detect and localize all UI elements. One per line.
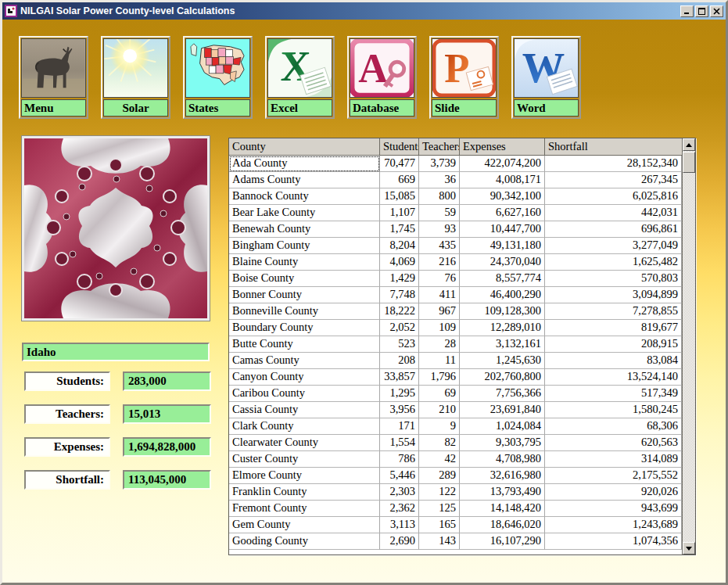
solar-button[interactable]: Solar: [101, 36, 170, 119]
cell-teachers[interactable]: 93: [419, 221, 460, 238]
column-header-students[interactable]: Students: [380, 138, 419, 156]
table-row[interactable]: Bonner County7,74841146,400,2903,094,899: [229, 287, 682, 303]
cell-students[interactable]: 1,429: [380, 271, 419, 287]
cell-shortfall[interactable]: 208,915: [545, 336, 682, 353]
table-row[interactable]: Adams County669364,008,171267,345: [229, 172, 682, 188]
cell-teachers[interactable]: 42: [419, 451, 460, 468]
column-header-shortfall[interactable]: Shortfall: [545, 138, 695, 156]
cell-county[interactable]: Boundary County: [229, 320, 380, 336]
slide-button[interactable]: P Slide: [429, 36, 499, 119]
cell-expenses[interactable]: 14,148,420: [460, 501, 545, 517]
cell-teachers[interactable]: 411: [419, 287, 460, 303]
cell-expenses[interactable]: 3,132,161: [460, 336, 545, 353]
cell-county[interactable]: Gem County: [229, 517, 380, 533]
table-row[interactable]: Gooding County2,69014316,107,2901,074,35…: [229, 533, 682, 550]
maximize-button[interactable]: [695, 5, 708, 17]
cell-expenses[interactable]: 18,646,020: [460, 517, 545, 533]
cell-teachers[interactable]: 216: [419, 254, 460, 271]
cell-county[interactable]: Bonner County: [229, 287, 380, 303]
cell-students[interactable]: 1,295: [380, 386, 419, 402]
cell-shortfall[interactable]: 83,084: [545, 353, 682, 369]
cell-shortfall[interactable]: 620,563: [545, 435, 682, 451]
database-button[interactable]: A Database: [347, 36, 417, 119]
cell-county[interactable]: Benewah County: [229, 221, 380, 238]
cell-expenses[interactable]: 7,756,366: [460, 386, 545, 402]
cell-teachers[interactable]: 122: [419, 484, 460, 501]
cell-expenses[interactable]: 46,400,290: [460, 287, 545, 303]
cell-teachers[interactable]: 28: [419, 336, 460, 353]
column-header-county[interactable]: County: [229, 138, 380, 156]
cell-teachers[interactable]: 82: [419, 435, 460, 451]
cell-students[interactable]: 15,085: [380, 188, 419, 205]
cell-shortfall[interactable]: 943,699: [545, 501, 682, 517]
table-row[interactable]: Clearwater County1,554829,303,795620,563: [229, 435, 682, 451]
cell-shortfall[interactable]: 13,524,140: [545, 369, 682, 386]
cell-students[interactable]: 4,069: [380, 254, 419, 271]
table-row[interactable]: Cassia County3,95621023,691,8401,580,245: [229, 402, 682, 418]
cell-expenses[interactable]: 8,557,774: [460, 271, 545, 287]
cell-county[interactable]: Canyon County: [229, 369, 380, 386]
cell-expenses[interactable]: 10,447,700: [460, 221, 545, 238]
cell-expenses[interactable]: 9,303,795: [460, 435, 545, 451]
cell-expenses[interactable]: 32,616,980: [460, 468, 545, 484]
table-row[interactable]: Bingham County8,20443549,131,1803,277,04…: [229, 238, 682, 254]
cell-county[interactable]: Bannock County: [229, 188, 380, 205]
cell-county[interactable]: Ada County: [229, 156, 380, 172]
cell-teachers[interactable]: 76: [419, 271, 460, 287]
cell-students[interactable]: 18,222: [380, 303, 419, 320]
cell-expenses[interactable]: 6,627,160: [460, 205, 545, 221]
cell-teachers[interactable]: 1,796: [419, 369, 460, 386]
cell-shortfall[interactable]: 920,026: [545, 484, 682, 501]
cell-students[interactable]: 1,107: [380, 205, 419, 221]
cell-teachers[interactable]: 143: [419, 533, 460, 550]
table-row[interactable]: Butte County523283,132,161208,915: [229, 336, 682, 353]
cell-teachers[interactable]: 289: [419, 468, 460, 484]
table-row[interactable]: Camas County208111,245,63083,084: [229, 353, 682, 369]
cell-expenses[interactable]: 16,107,290: [460, 533, 545, 550]
scroll-up-button[interactable]: [683, 138, 695, 151]
cell-county[interactable]: Blaine County: [229, 254, 380, 271]
cell-students[interactable]: 171: [380, 418, 419, 435]
cell-students[interactable]: 523: [380, 336, 419, 353]
shortfall-value-field[interactable]: 113,045,000: [123, 470, 211, 490]
cell-expenses[interactable]: 24,370,040: [460, 254, 545, 271]
cell-county[interactable]: Fremont County: [229, 501, 380, 517]
cell-shortfall[interactable]: 819,677: [545, 320, 682, 336]
cell-teachers[interactable]: 435: [419, 238, 460, 254]
cell-shortfall[interactable]: 442,031: [545, 205, 682, 221]
cell-students[interactable]: 5,446: [380, 468, 419, 484]
cell-students[interactable]: 2,690: [380, 533, 419, 550]
cell-shortfall[interactable]: 68,306: [545, 418, 682, 435]
vertical-scrollbar[interactable]: [682, 138, 695, 554]
excel-button[interactable]: X Excel: [265, 36, 335, 119]
cell-teachers[interactable]: 109: [419, 320, 460, 336]
cell-shortfall[interactable]: 314,089: [545, 451, 682, 468]
column-header-expenses[interactable]: Expenses: [460, 138, 545, 156]
cell-shortfall[interactable]: 1,074,356: [545, 533, 682, 550]
table-row[interactable]: Custer County786424,708,980314,089: [229, 451, 682, 468]
cell-county[interactable]: Butte County: [229, 336, 380, 353]
cell-expenses[interactable]: 422,074,200: [460, 156, 545, 172]
table-row[interactable]: Franklin County2,30312213,793,490920,026: [229, 484, 682, 501]
table-row[interactable]: Canyon County33,8571,796202,760,80013,52…: [229, 369, 682, 386]
cell-teachers[interactable]: 210: [419, 402, 460, 418]
scroll-down-button[interactable]: [683, 542, 695, 554]
cell-county[interactable]: Bingham County: [229, 238, 380, 254]
cell-students[interactable]: 2,362: [380, 501, 419, 517]
table-row[interactable]: Blaine County4,06921624,370,0401,625,482: [229, 254, 682, 271]
cell-shortfall[interactable]: 1,243,689: [545, 517, 682, 533]
cell-students[interactable]: 8,204: [380, 238, 419, 254]
cell-shortfall[interactable]: 696,861: [545, 221, 682, 238]
table-row[interactable]: Clark County17191,024,08468,306: [229, 418, 682, 435]
teachers-value-field[interactable]: 15,013: [123, 404, 211, 424]
cell-expenses[interactable]: 23,691,840: [460, 402, 545, 418]
table-row[interactable]: Bannock County15,08580090,342,1006,025,8…: [229, 188, 682, 205]
table-row[interactable]: Boundary County2,05210912,289,010819,677: [229, 320, 682, 336]
cell-county[interactable]: Franklin County: [229, 484, 380, 501]
cell-students[interactable]: 669: [380, 172, 419, 188]
students-value-field[interactable]: 283,000: [123, 371, 211, 391]
cell-county[interactable]: Custer County: [229, 451, 380, 468]
cell-students[interactable]: 2,052: [380, 320, 419, 336]
cell-shortfall[interactable]: 6,025,816: [545, 188, 682, 205]
table-row[interactable]: Caribou County1,295697,756,366517,349: [229, 386, 682, 402]
